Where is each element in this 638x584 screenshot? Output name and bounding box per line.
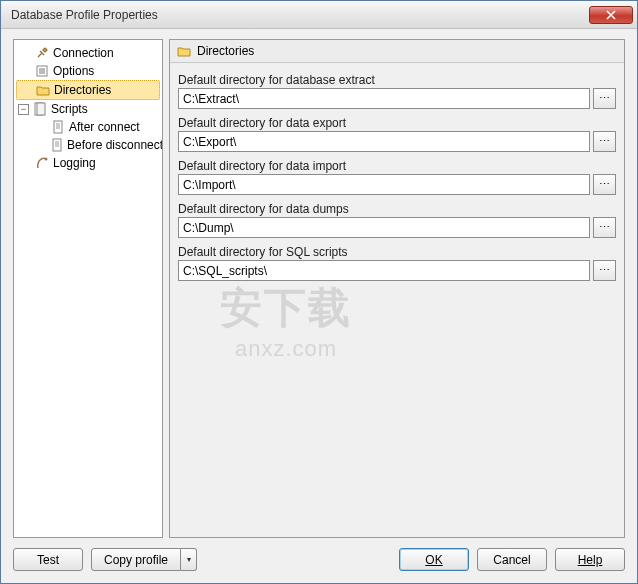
ok-button[interactable]: OK bbox=[399, 548, 469, 571]
tree-item-options[interactable]: Options bbox=[16, 62, 160, 80]
scripts-dir-input[interactable] bbox=[178, 260, 590, 281]
field-row: ⋯ bbox=[178, 217, 616, 238]
field-label-dumps: Default directory for data dumps bbox=[178, 202, 616, 216]
titlebar: Database Profile Properties bbox=[1, 1, 637, 29]
folder-icon bbox=[176, 43, 192, 59]
help-button[interactable]: Help bbox=[555, 548, 625, 571]
tree-label: Logging bbox=[53, 156, 96, 170]
copy-profile-group: Copy profile bbox=[91, 548, 197, 571]
copy-profile-button[interactable]: Copy profile bbox=[91, 548, 181, 571]
svg-rect-2 bbox=[37, 103, 45, 115]
field-label-export: Default directory for data export bbox=[178, 116, 616, 130]
tree-item-connection[interactable]: Connection bbox=[16, 44, 160, 62]
browse-button[interactable]: ⋯ bbox=[593, 88, 616, 109]
tree-label: Connection bbox=[53, 46, 114, 60]
options-icon bbox=[34, 63, 50, 79]
field-row: ⋯ bbox=[178, 131, 616, 152]
nav-tree: Connection Options Directories − bbox=[13, 39, 163, 538]
tree-item-logging[interactable]: Logging bbox=[16, 154, 160, 172]
tree-item-before-disconnect[interactable]: Before disconnect bbox=[16, 136, 160, 154]
folder-icon bbox=[35, 82, 51, 98]
test-button[interactable]: Test bbox=[13, 548, 83, 571]
group-header: Directories bbox=[170, 40, 624, 63]
script-icon bbox=[32, 101, 48, 117]
plug-icon bbox=[34, 45, 50, 61]
cancel-button[interactable]: Cancel bbox=[477, 548, 547, 571]
close-icon bbox=[606, 10, 616, 20]
tree-collapse-icon[interactable]: − bbox=[18, 104, 29, 115]
tree-item-after-connect[interactable]: After connect bbox=[16, 118, 160, 136]
page-icon bbox=[50, 119, 66, 135]
field-label-scripts: Default directory for SQL scripts bbox=[178, 245, 616, 259]
button-row: Test Copy profile OK Cancel Help bbox=[13, 546, 625, 575]
copy-profile-dropdown[interactable] bbox=[181, 548, 197, 571]
field-label-extract: Default directory for database extract bbox=[178, 73, 616, 87]
page-icon bbox=[50, 137, 64, 153]
settings-panel: Directories Default directory for databa… bbox=[169, 39, 625, 538]
group-title: Directories bbox=[197, 44, 254, 58]
tree-item-scripts[interactable]: − Scripts bbox=[16, 100, 160, 118]
tree-label: Before disconnect bbox=[67, 138, 163, 152]
svg-rect-3 bbox=[54, 121, 62, 133]
field-row: ⋯ bbox=[178, 174, 616, 195]
field-row: ⋯ bbox=[178, 260, 616, 281]
browse-button[interactable]: ⋯ bbox=[593, 217, 616, 238]
tree-label: Options bbox=[53, 64, 94, 78]
browse-button[interactable]: ⋯ bbox=[593, 174, 616, 195]
tree-label: Scripts bbox=[51, 102, 88, 116]
dialog-window: Database Profile Properties Connection O… bbox=[0, 0, 638, 584]
field-label-import: Default directory for data import bbox=[178, 159, 616, 173]
close-button[interactable] bbox=[589, 6, 633, 24]
dumps-dir-input[interactable] bbox=[178, 217, 590, 238]
tree-label: After connect bbox=[69, 120, 140, 134]
import-dir-input[interactable] bbox=[178, 174, 590, 195]
group-body: Default directory for database extract ⋯… bbox=[170, 63, 624, 291]
extract-dir-input[interactable] bbox=[178, 88, 590, 109]
export-dir-input[interactable] bbox=[178, 131, 590, 152]
panels: Connection Options Directories − bbox=[13, 39, 625, 538]
tree-label: Directories bbox=[54, 83, 111, 97]
tree-item-directories[interactable]: Directories bbox=[16, 80, 160, 100]
svg-point-5 bbox=[45, 158, 48, 161]
window-title: Database Profile Properties bbox=[11, 8, 589, 22]
log-icon bbox=[34, 155, 50, 171]
browse-button[interactable]: ⋯ bbox=[593, 260, 616, 281]
content-area: Connection Options Directories − bbox=[1, 29, 637, 583]
svg-rect-4 bbox=[53, 139, 61, 151]
field-row: ⋯ bbox=[178, 88, 616, 109]
browse-button[interactable]: ⋯ bbox=[593, 131, 616, 152]
